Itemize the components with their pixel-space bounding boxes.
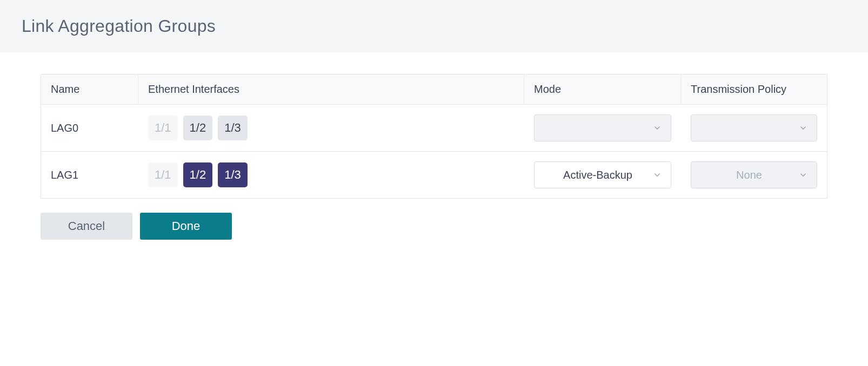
- chevron-down-icon: [798, 123, 808, 133]
- content-area: Name Ethernet Interfaces Mode Transmissi…: [0, 52, 868, 261]
- table-row: LAG0 1/1 1/2 1/3: [41, 105, 827, 152]
- action-buttons: Cancel Done: [41, 213, 827, 240]
- interface-chip: 1/1: [148, 162, 178, 187]
- chevron-down-icon: [798, 170, 808, 180]
- cancel-button[interactable]: Cancel: [41, 213, 132, 240]
- table-row: LAG1 1/1 1/2 1/3 Active-Backup: [41, 152, 827, 198]
- page-title: Link Aggregation Groups: [22, 16, 846, 36]
- col-header-mode: Mode: [524, 74, 681, 105]
- table-header-row: Name Ethernet Interfaces Mode Transmissi…: [41, 74, 827, 105]
- col-header-name: Name: [41, 74, 138, 105]
- mode-select: [534, 114, 671, 141]
- interface-chip[interactable]: 1/3: [218, 162, 248, 187]
- lag-name: LAG0: [51, 122, 78, 134]
- policy-select: None: [691, 161, 817, 188]
- interface-chips: 1/1 1/2 1/3: [148, 162, 515, 187]
- interface-chip[interactable]: 1/2: [183, 116, 213, 140]
- col-header-policy: Transmission Policy: [681, 74, 827, 105]
- policy-value: None: [700, 169, 798, 181]
- chevron-down-icon: [652, 170, 662, 180]
- interface-chip: 1/1: [148, 116, 178, 140]
- table-body: LAG0 1/1 1/2 1/3: [41, 105, 827, 198]
- lag-name: LAG1: [51, 169, 78, 181]
- mode-value: Active-Backup: [543, 169, 652, 181]
- interface-chip[interactable]: 1/3: [218, 116, 248, 140]
- done-button[interactable]: Done: [140, 213, 232, 240]
- interface-chips: 1/1 1/2 1/3: [148, 116, 515, 140]
- lag-table: Name Ethernet Interfaces Mode Transmissi…: [41, 74, 827, 199]
- col-header-ethernet: Ethernet Interfaces: [138, 74, 524, 105]
- interface-chip[interactable]: 1/2: [183, 162, 213, 187]
- policy-select: [691, 114, 817, 141]
- chevron-down-icon: [652, 123, 662, 133]
- page-header: Link Aggregation Groups: [0, 0, 868, 52]
- mode-select[interactable]: Active-Backup: [534, 161, 671, 188]
